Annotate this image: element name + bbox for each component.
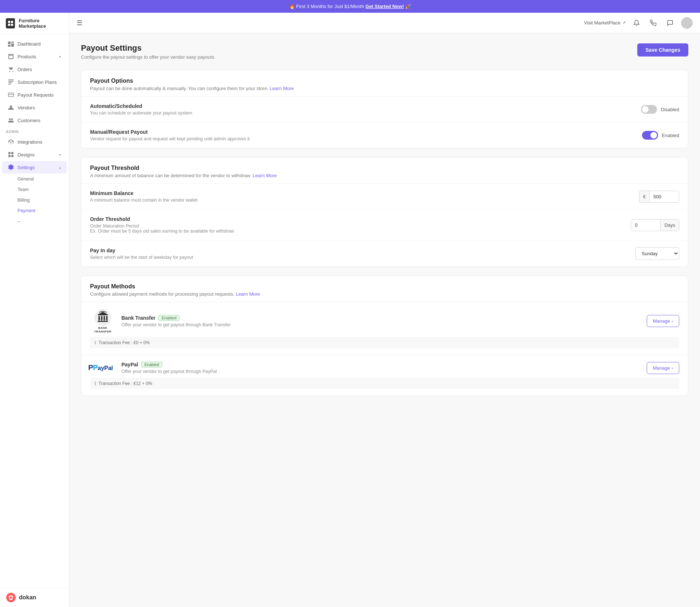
paypal-row: P P ayPal PayPal Enabled xyxy=(81,355,688,396)
svg-point-15 xyxy=(10,596,12,599)
sidebar-sub-billing[interactable]: Billing xyxy=(2,195,67,205)
sidebar-logo[interactable]: Furniture Marketplace xyxy=(0,13,69,34)
payout-options-learn-more[interactable]: Learn More xyxy=(270,86,294,91)
sidebar-item-orders[interactable]: Orders xyxy=(2,63,67,75)
paypal-details: PayPal Enabled Offer your vendor to get … xyxy=(121,362,217,374)
payout-threshold-header: Payout Threshold A minimum amount of bal… xyxy=(81,157,688,184)
paypal-fee-icon: ℹ xyxy=(94,381,96,386)
svg-rect-17 xyxy=(98,316,100,320)
dokan-logo: dokan xyxy=(6,592,63,603)
order-threshold-row: Order Threshold Order Maturation Period … xyxy=(81,210,688,241)
svg-text:P: P xyxy=(93,363,98,371)
order-threshold-desc2: Ex. Order must be 5 days old sales earni… xyxy=(90,229,234,234)
svg-rect-20 xyxy=(106,316,108,320)
bank-transfer-icon xyxy=(94,309,112,326)
app-name: Furniture Marketplace xyxy=(19,18,63,29)
sidebar-item-subscription[interactable]: Subscription Plans xyxy=(2,76,67,88)
svg-point-7 xyxy=(10,105,12,108)
payout-methods-title: Payout Methods xyxy=(90,283,679,290)
pay-in-day-select[interactable]: Sunday Monday Tuesday Wednesday Thursday… xyxy=(635,247,679,260)
sidebar-item-settings[interactable]: Settings ▴ xyxy=(2,161,67,174)
svg-text:P: P xyxy=(88,363,93,371)
bank-transfer-manage-button[interactable]: Manage › xyxy=(647,315,679,327)
payout-threshold-section: Payout Threshold A minimum amount of bal… xyxy=(81,157,688,267)
bank-transfer-name: Bank Transfer xyxy=(121,315,155,321)
sidebar-item-vendors[interactable]: Vendors xyxy=(2,101,67,114)
sidebar-sub-dash: – xyxy=(2,216,67,226)
manual-payout-desc: Vendor request for payout and request wi… xyxy=(90,136,250,141)
sidebar-item-designs[interactable]: Designs ▾ xyxy=(2,148,67,161)
sidebar-item-products[interactable]: Products ▾ xyxy=(2,50,67,63)
pay-in-day-desc: Select which will be the start of weekda… xyxy=(90,255,193,260)
sidebar-item-dashboard[interactable]: Dashboard xyxy=(2,38,67,50)
auto-payout-toggle-wrap: Disabled xyxy=(641,105,679,114)
sidebar-item-designs-label: Designs xyxy=(18,152,35,157)
sidebar-sub-team[interactable]: Team xyxy=(2,184,67,195)
pay-in-day-label: Pay In day xyxy=(90,248,193,253)
sidebar-item-integrations[interactable]: Integrations xyxy=(2,136,67,148)
paypal-fee: ℹ Transaction Fee : €12 + 0% xyxy=(90,378,679,389)
payout-methods-desc: Configure allowed payment methods for pr… xyxy=(90,291,679,297)
app-icon xyxy=(6,18,15,28)
auto-payout-row: Automatic/Scheduled You can schedule or … xyxy=(81,97,688,122)
phone-button[interactable] xyxy=(648,17,659,29)
sidebar-sub-general[interactable]: General xyxy=(2,174,67,184)
sidebar-nav: Dashboard Products ▾ Orders Subscription… xyxy=(0,34,69,588)
paypal-manage-button[interactable]: Manage › xyxy=(647,362,679,374)
order-threshold-label: Order Threshold xyxy=(90,216,234,222)
svg-rect-0 xyxy=(8,21,10,23)
payout-threshold-learn-more[interactable]: Learn More xyxy=(253,173,277,178)
bank-transfer-fee-text: Transaction Fee : €0 + 0% xyxy=(98,340,150,345)
banner-emoji: 🎉 xyxy=(405,4,411,9)
notification-button[interactable] xyxy=(631,17,642,29)
min-balance-desc: A minimum balance must contain in the ve… xyxy=(90,198,198,203)
sidebar-item-orders-label: Orders xyxy=(18,67,32,72)
min-balance-input[interactable] xyxy=(650,191,679,202)
order-threshold-input-wrap: Days xyxy=(631,219,679,231)
save-changes-button[interactable]: Save Changes xyxy=(637,43,688,57)
auto-payout-label: Automatic/Scheduled xyxy=(90,103,192,109)
svg-rect-19 xyxy=(104,316,105,320)
paypal-badge: Enabled xyxy=(141,362,162,367)
payout-options-section: Payout Options Payout can be done automa… xyxy=(81,70,688,148)
payout-methods-learn-more[interactable]: Learn More xyxy=(236,291,260,297)
sidebar-item-dashboard-label: Dashboard xyxy=(18,41,41,47)
auto-payout-state: Disabled xyxy=(661,107,679,112)
main-content: Payout Settings Configure the payout set… xyxy=(69,33,700,607)
visit-marketplace-label: Visit MarketPlace xyxy=(584,20,621,26)
bank-transfer-top: BANKTRANSFER Bank Transfer Enabled Offer… xyxy=(90,309,679,333)
paypal-top: P P ayPal PayPal Enabled xyxy=(90,362,679,374)
svg-rect-6 xyxy=(8,93,13,97)
paypal-desc: Offer your vendor to get payout through … xyxy=(121,369,217,374)
svg-rect-11 xyxy=(11,152,13,154)
bank-transfer-manage-arrow: › xyxy=(672,318,673,324)
sidebar-item-settings-label: Settings xyxy=(18,165,35,170)
user-avatar[interactable] xyxy=(681,17,693,29)
hamburger-icon[interactable]: ☰ xyxy=(77,19,82,27)
bank-transfer-badge: Enabled xyxy=(158,315,179,321)
bank-transfer-details: Bank Transfer Enabled Offer your vendor … xyxy=(121,315,231,327)
svg-rect-10 xyxy=(8,152,11,154)
banner-cta[interactable]: Get Started Now! xyxy=(365,4,404,9)
sidebar-item-customers[interactable]: Customers xyxy=(2,114,67,127)
manual-payout-toggle[interactable] xyxy=(642,131,658,140)
svg-rect-21 xyxy=(98,321,108,322)
svg-point-9 xyxy=(11,118,13,120)
paypal-logo-svg: P P ayPal xyxy=(88,363,117,371)
sidebar-item-customers-label: Customers xyxy=(18,118,40,123)
paypal-name-row: PayPal Enabled xyxy=(121,362,217,367)
page-subtitle: Configure the payout settings to offer y… xyxy=(81,54,215,60)
chat-button[interactable] xyxy=(664,17,676,29)
order-threshold-input[interactable] xyxy=(631,219,660,231)
banner-text: 🔥 First 3 Months for Just $1/Month xyxy=(289,4,364,9)
visit-marketplace-link[interactable]: Visit MarketPlace ↗ xyxy=(584,20,626,26)
auto-payout-desc: You can schedule or automate your payout… xyxy=(90,110,192,116)
bank-transfer-name-row: Bank Transfer Enabled xyxy=(121,315,231,321)
days-suffix: Days xyxy=(660,219,679,231)
sidebar-sub-payment[interactable]: Payment xyxy=(2,206,67,216)
auto-payout-toggle[interactable] xyxy=(641,105,657,114)
manual-payout-row: Manual/Request Payout Vendor request for… xyxy=(81,122,688,148)
sidebar-item-payout-requests[interactable]: Payout Requests xyxy=(2,89,67,101)
paypal-manage-arrow: › xyxy=(672,365,673,371)
manual-payout-state: Enabled xyxy=(662,133,679,138)
